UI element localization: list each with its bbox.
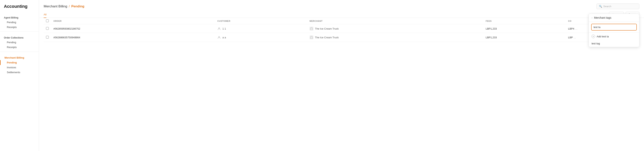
merchant-icon bbox=[310, 27, 314, 30]
sidebar-item-order-pending[interactable]: Pending bbox=[0, 40, 39, 45]
row-checkbox-cell bbox=[44, 24, 51, 33]
breadcrumb-separator: / bbox=[69, 4, 70, 8]
sidebar: Accounting Agent Billing Pending Receipt… bbox=[0, 0, 39, 151]
svg-point-0 bbox=[218, 28, 220, 29]
dropdown-search-input[interactable] bbox=[591, 24, 637, 30]
tabs-bar: All ⚙ Filter ⇅ Sort bbox=[39, 11, 644, 18]
sidebar-divider-1 bbox=[0, 31, 39, 32]
svg-rect-1 bbox=[310, 28, 313, 30]
sidebar-item-merchant-settlements[interactable]: Settlements bbox=[0, 70, 39, 75]
merchant-icon bbox=[310, 35, 314, 39]
customer-avatar-icon bbox=[217, 27, 221, 30]
search-icon: 🔍 bbox=[599, 5, 602, 8]
row-checkbox[interactable] bbox=[46, 27, 49, 30]
merchant-name: The Ice Cream Truck bbox=[315, 27, 338, 30]
sidebar-item-agent-receipts[interactable]: Receipts bbox=[0, 25, 39, 30]
row-checkbox-cell bbox=[44, 33, 51, 42]
sidebar-section-order-collections: Order Collections bbox=[0, 35, 39, 40]
order-id: #562886635750948864 bbox=[54, 36, 80, 39]
dropdown-title: Merchant tags bbox=[594, 16, 612, 19]
header: Merchant Billing / Pending 🔍 Search bbox=[39, 0, 644, 9]
customer-cell: 1 1 bbox=[215, 24, 307, 33]
dropdown-add-item[interactable]: + Add test ta bbox=[589, 32, 639, 40]
search-box[interactable]: 🔍 Search bbox=[596, 3, 639, 9]
fees-cell: LBP1,233 bbox=[484, 33, 566, 42]
orders-table: ORDER CUSTOMER MERCHANT FEES CO #5628595… bbox=[44, 18, 639, 42]
fees-cell: LBP1,233 bbox=[484, 24, 566, 33]
tab-all[interactable]: All bbox=[44, 11, 46, 18]
breadcrumb-current: Pending bbox=[71, 4, 84, 8]
search-placeholder: Search bbox=[603, 5, 611, 8]
col-header-merchant: MERCHANT bbox=[307, 18, 484, 24]
svg-point-2 bbox=[218, 36, 220, 37]
customer-name: a a bbox=[222, 36, 226, 39]
order-id: #562859593802186752 bbox=[54, 27, 80, 30]
dropdown-back-button[interactable]: ‹ bbox=[592, 16, 592, 19]
table-row: #562859593802186752 1 1 bbox=[44, 24, 639, 33]
sidebar-item-order-receipts[interactable]: Receipts bbox=[0, 45, 39, 50]
breadcrumb: Merchant Billing / Pending bbox=[44, 4, 84, 8]
col-header-checkbox bbox=[44, 18, 51, 24]
customer-name: 1 1 bbox=[222, 27, 226, 30]
main-content: Merchant Billing / Pending 🔍 Search All … bbox=[39, 0, 644, 151]
col-header-order: ORDER bbox=[51, 18, 215, 24]
customer-cell: a a bbox=[215, 33, 307, 42]
svg-rect-3 bbox=[310, 37, 313, 38]
col-header-fees: FEES bbox=[484, 18, 566, 24]
dropdown-add-label: Add test ta bbox=[597, 35, 609, 38]
col-header-customer: CUSTOMER bbox=[215, 18, 307, 24]
breadcrumb-parent: Merchant Billing bbox=[44, 4, 67, 8]
dropdown-tag-item[interactable]: test tag bbox=[589, 40, 639, 47]
order-id-cell: #562859593802186752 bbox=[51, 24, 215, 33]
sidebar-item-merchant-invoices[interactable]: Invoices bbox=[0, 65, 39, 70]
table-container: ORDER CUSTOMER MERCHANT FEES CO #5628595… bbox=[39, 18, 644, 151]
merchant-cell: The Ice Cream Truck bbox=[307, 33, 484, 42]
tag-label: test tag bbox=[592, 42, 600, 45]
dropdown-header: ‹ Merchant tags bbox=[589, 14, 639, 22]
app-title: Accounting bbox=[0, 4, 39, 14]
sidebar-section-merchant-billing[interactable]: Merchant Billing bbox=[0, 55, 39, 60]
sidebar-item-merchant-pending[interactable]: Pending bbox=[0, 60, 39, 65]
add-circle-icon: + bbox=[592, 35, 595, 38]
merchant-name: The Ice Cream Truck bbox=[315, 36, 338, 39]
order-id-cell: #562886635750948864 bbox=[51, 33, 215, 42]
filter-dropdown: ‹ Merchant tags + Add test ta test tag bbox=[589, 14, 639, 47]
table-row: #562886635750948864 a a bbox=[44, 33, 639, 42]
sidebar-section-agent-billing: Agent Billing bbox=[0, 15, 39, 20]
select-all-checkbox[interactable] bbox=[46, 19, 49, 22]
row-checkbox[interactable] bbox=[46, 36, 49, 38]
customer-avatar-icon bbox=[217, 36, 221, 39]
sidebar-item-agent-pending[interactable]: Pending bbox=[0, 20, 39, 25]
merchant-cell: The Ice Cream Truck bbox=[307, 24, 484, 33]
